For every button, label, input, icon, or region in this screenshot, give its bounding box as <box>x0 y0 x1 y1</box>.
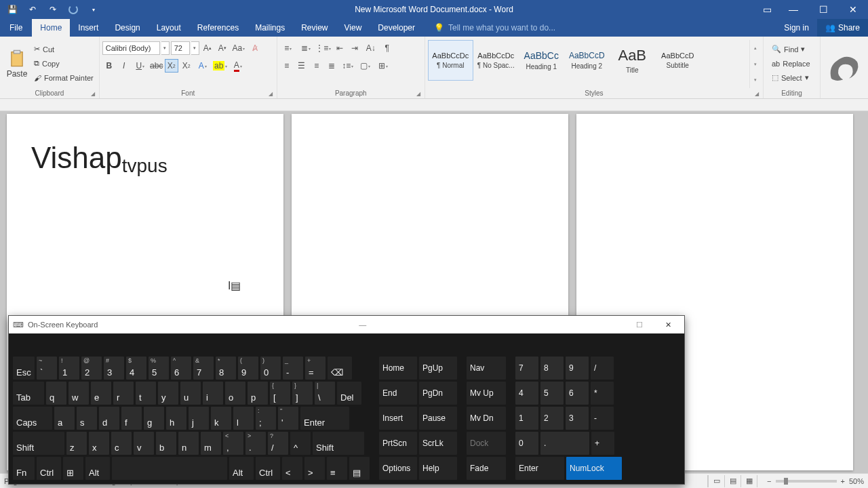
key-/[interactable]: / <box>591 357 614 380</box>
redo-button[interactable]: ↷ <box>43 1 62 18</box>
underline-button[interactable]: U▾ <box>132 59 149 73</box>
key-Shift[interactable]: Shift <box>313 432 364 455</box>
key-o[interactable]: o <box>225 382 245 405</box>
align-center-button[interactable]: ☰ <box>295 59 309 73</box>
key-t[interactable]: t <box>136 382 156 405</box>
key-f[interactable]: f <box>121 407 142 430</box>
key-3[interactable]: 3 <box>566 407 589 430</box>
font-size-combo[interactable]: 72 <box>171 41 190 55</box>
sort-button[interactable]: A↓ <box>363 41 379 55</box>
tab-references[interactable]: References <box>189 19 247 37</box>
key-enter[interactable]: Enter <box>515 457 564 480</box>
key-scrlk[interactable]: ScrLk <box>419 432 457 455</box>
key-5[interactable]: %5 <box>149 357 169 380</box>
key-a[interactable]: a <box>54 407 75 430</box>
key-dock[interactable]: Dock <box>467 432 506 455</box>
key-6[interactable]: ^6 <box>171 357 191 380</box>
paragraph-launcher-icon[interactable]: ◢ <box>416 91 420 97</box>
zoom-in-button[interactable]: + <box>841 477 845 485</box>
document-text[interactable]: Vishaptvpus <box>31 141 259 175</box>
key-Caps[interactable]: Caps <box>13 407 52 430</box>
key-m[interactable]: m <box>201 432 221 455</box>
key-Shift[interactable]: Shift <box>13 432 64 455</box>
key-sym[interactable]: |\ <box>315 382 335 405</box>
key-1[interactable]: !1 <box>59 357 79 380</box>
borders-button[interactable]: ⊞▾ <box>375 59 391 73</box>
line-spacing-button[interactable]: ↕≡▾ <box>340 59 356 73</box>
osk-close-button[interactable]: ✕ <box>656 321 680 329</box>
key-sym[interactable]: > <box>304 457 325 480</box>
key-s[interactable]: s <box>77 407 97 430</box>
maximize-button[interactable]: ☐ <box>808 0 838 19</box>
read-mode-button[interactable]: ▭ <box>708 475 724 487</box>
key-j[interactable]: j <box>189 407 209 430</box>
key-sym[interactable]: "' <box>278 407 298 430</box>
key-sym[interactable]: }] <box>292 382 313 405</box>
tab-insert[interactable]: Insert <box>70 19 106 37</box>
key-Enter[interactable]: Enter <box>300 407 349 430</box>
key-sym[interactable]: {[ <box>270 382 290 405</box>
key-pause[interactable]: Pause <box>419 407 457 430</box>
zoom-out-button[interactable]: − <box>767 477 771 485</box>
key-2[interactable]: @2 <box>81 357 102 380</box>
align-left-button[interactable]: ≡ <box>280 59 294 73</box>
style-heading-2[interactable]: AaBbCcDHeading 2 <box>564 40 610 81</box>
tab-developer[interactable]: Developer <box>370 19 423 37</box>
key-9[interactable]: 9 <box>566 357 589 380</box>
key-1[interactable]: 1 <box>515 407 538 430</box>
key-_[interactable]: _- <box>283 357 303 380</box>
key-8[interactable]: 8 <box>540 357 564 380</box>
grow-font-button[interactable]: A▴ <box>201 41 214 55</box>
key-k[interactable]: k <box>211 407 231 430</box>
key-u[interactable]: u <box>180 382 201 405</box>
key-0[interactable]: )0 <box>260 357 281 380</box>
key-Ctrl[interactable]: Ctrl <box>37 457 61 480</box>
style-heading-1[interactable]: AaBbCcHeading 1 <box>519 40 564 81</box>
clear-formatting-button[interactable]: A̷ <box>248 41 262 55</box>
key-prtscn[interactable]: PrtScn <box>379 432 417 455</box>
strikethrough-button[interactable]: abc <box>150 59 163 73</box>
key-Alt[interactable]: Alt <box>229 457 254 480</box>
font-name-combo[interactable]: Calibri (Body) <box>102 41 160 55</box>
key-sym[interactable]: ^ <box>290 432 311 455</box>
key-d[interactable]: d <box>99 407 119 430</box>
zoom-level[interactable]: 50% <box>849 477 864 485</box>
justify-button[interactable]: ≣ <box>325 59 338 73</box>
font-launcher-icon[interactable]: ◢ <box>269 91 273 97</box>
key-0[interactable]: 0 <box>515 432 538 455</box>
key-p[interactable]: p <box>248 382 268 405</box>
key-3[interactable]: #3 <box>104 357 124 380</box>
tab-home[interactable]: Home <box>32 19 70 37</box>
replace-button[interactable]: abReplace <box>769 57 813 70</box>
minimize-button[interactable]: — <box>778 0 808 19</box>
key-Tab[interactable]: Tab <box>13 382 44 405</box>
align-right-button[interactable]: ≡ <box>310 59 323 73</box>
bold-button[interactable]: B <box>102 59 116 73</box>
key-h[interactable]: h <box>166 407 186 430</box>
subscript-button[interactable]: X2 <box>165 59 178 73</box>
key-7[interactable]: &7 <box>193 357 214 380</box>
key-b[interactable]: b <box>156 432 176 455</box>
key-sym[interactable]: :; <box>256 407 276 430</box>
key-Esc[interactable]: Esc <box>13 357 35 380</box>
font-color-button[interactable]: A▾ <box>230 59 246 73</box>
key-q[interactable]: q <box>46 382 66 405</box>
key-options[interactable]: Options <box>379 457 417 480</box>
ribbon-options-button[interactable]: ▭ <box>755 0 778 19</box>
key-sym[interactable]: ≡ <box>327 457 347 480</box>
clipboard-launcher-icon[interactable]: ◢ <box>91 91 95 97</box>
key-7[interactable]: 7 <box>515 357 538 380</box>
key-sym[interactable]: ?/ <box>268 432 288 455</box>
shading-button[interactable]: ▢▾ <box>357 59 374 73</box>
key-x[interactable]: x <box>89 432 109 455</box>
key-2[interactable]: 2 <box>540 407 564 430</box>
key-9[interactable]: (9 <box>238 357 258 380</box>
key-pgup[interactable]: PgUp <box>419 357 457 380</box>
bullets-button[interactable]: ≡▾ <box>280 41 296 55</box>
zoom-slider[interactable] <box>776 480 837 483</box>
key-.[interactable]: . <box>540 432 589 455</box>
change-case-button[interactable]: Aa▾ <box>231 41 247 55</box>
find-button[interactable]: 🔍Find▾ <box>769 43 813 56</box>
tell-me-search[interactable]: 💡Tell me what you want to do... <box>423 19 564 37</box>
osk-maximize-button[interactable]: ☐ <box>627 321 652 329</box>
